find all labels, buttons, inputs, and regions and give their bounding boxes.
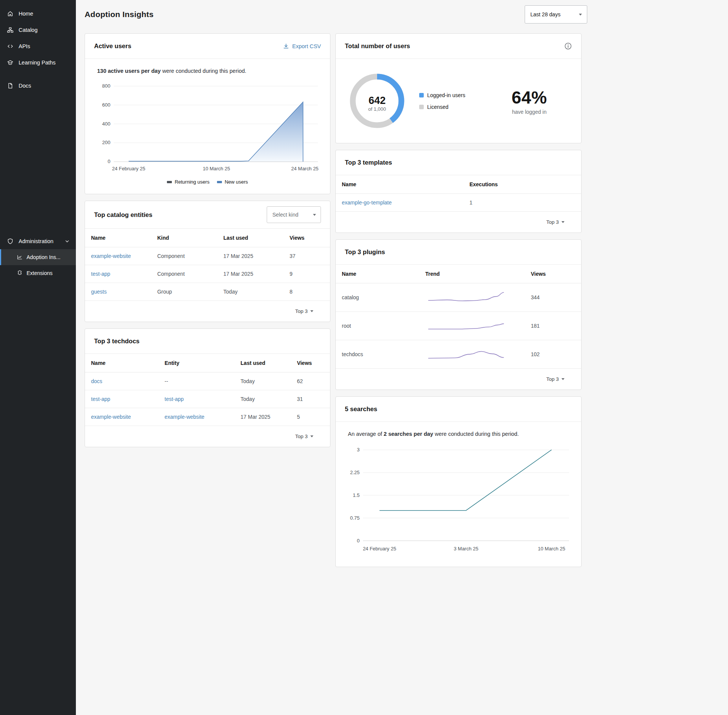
active-users-title: Active users bbox=[94, 42, 131, 50]
sidebar-item-docs[interactable]: Docs bbox=[0, 77, 76, 94]
shield-icon bbox=[7, 238, 14, 245]
logged-in-swatch bbox=[419, 93, 424, 97]
logged-in-percent-caption: have logged in bbox=[511, 109, 547, 115]
svg-text:1.5: 1.5 bbox=[353, 492, 360, 498]
new-users-swatch bbox=[217, 181, 222, 183]
sidebar-item-extensions[interactable]: Extensions bbox=[0, 265, 76, 281]
users-donut-legend: Logged-in users Licensed bbox=[419, 92, 465, 110]
learning-paths-icon bbox=[7, 59, 14, 66]
catalog-entities-table: Name Kind Last used Views example-websit… bbox=[85, 229, 330, 301]
svg-text:200: 200 bbox=[102, 140, 110, 145]
svg-text:of 1,000: of 1,000 bbox=[368, 106, 386, 112]
total-users-title: Total number of users bbox=[345, 42, 410, 50]
svg-text:3 March 25: 3 March 25 bbox=[454, 546, 478, 552]
legend-licensed: Licensed bbox=[419, 104, 465, 110]
sidebar-separator bbox=[0, 71, 76, 77]
trend-sparkline bbox=[425, 317, 507, 334]
date-range-select[interactable]: Last 28 days bbox=[525, 5, 587, 24]
chevron-down-icon bbox=[579, 14, 582, 16]
table-header-row: Name Kind Last used Views bbox=[85, 229, 330, 247]
col-executions: Executions bbox=[463, 175, 581, 194]
sidebar-item-label: Docs bbox=[19, 83, 31, 89]
home-icon bbox=[7, 10, 14, 17]
col-views: Views bbox=[283, 229, 330, 247]
sidebar-item-learning-paths[interactable]: Learning Paths bbox=[0, 54, 76, 71]
sidebar-item-label: Administration bbox=[19, 238, 53, 244]
sidebar-item-label: Home bbox=[19, 11, 33, 17]
chevron-down-icon bbox=[313, 214, 316, 216]
col-name: Name bbox=[85, 229, 151, 247]
sidebar-item-label: APIs bbox=[19, 43, 30, 49]
col-trend: Trend bbox=[419, 265, 525, 283]
techdoc-link[interactable]: example-website bbox=[91, 414, 131, 420]
top-templates-title: Top 3 templates bbox=[345, 159, 392, 166]
sidebar-item-label: Adoption Ins... bbox=[27, 254, 61, 260]
svg-text:0.75: 0.75 bbox=[350, 515, 360, 521]
active-users-chart: 020040060080024 February 2510 March 2524… bbox=[94, 81, 321, 176]
col-kind: Kind bbox=[151, 229, 217, 247]
caret-down-icon bbox=[561, 378, 564, 380]
info-button[interactable] bbox=[564, 42, 572, 50]
plugins-rows-select[interactable]: Top 3 bbox=[546, 376, 564, 382]
techdoc-link[interactable]: docs bbox=[91, 378, 102, 384]
sidebar-item-label: Learning Paths bbox=[19, 60, 56, 66]
sidebar-nav: Home Catalog APIs Learning Paths Docs bbox=[0, 5, 76, 94]
top-catalog-entities-card: Top catalog entities Select kind Name Ki… bbox=[85, 201, 330, 322]
sidebar-admin-section: Administration Adoption Ins... Extension… bbox=[0, 233, 76, 281]
svg-text:2.25: 2.25 bbox=[350, 470, 360, 475]
techdocs-rows-select[interactable]: Top 3 bbox=[295, 434, 313, 439]
template-link[interactable]: example-go-template bbox=[342, 200, 392, 206]
sidebar-item-label: Catalog bbox=[19, 27, 38, 33]
licensed-swatch bbox=[419, 105, 424, 109]
svg-text:800: 800 bbox=[102, 83, 110, 89]
table-header-row: Name Executions bbox=[336, 175, 581, 194]
kind-select[interactable]: Select kind bbox=[267, 206, 321, 223]
sidebar-item-label: Extensions bbox=[27, 270, 52, 276]
logged-in-percent-block: 64% have logged in bbox=[511, 87, 572, 115]
legend-returning-users: Returning users bbox=[167, 179, 209, 185]
top-catalog-entities-title: Top catalog entities bbox=[94, 211, 153, 218]
top-plugins-card: Top 3 plugins Name Trend Views bbox=[335, 239, 582, 390]
sidebar-item-adoption-insights[interactable]: Adoption Ins... bbox=[0, 249, 76, 265]
sidebar-item-apis[interactable]: APIs bbox=[0, 38, 76, 54]
main-content: Adoption Insights Last 28 days Active us… bbox=[76, 0, 728, 715]
techdocs-table: Name Entity Last used Views docs -- Toda… bbox=[85, 354, 330, 426]
sidebar: Home Catalog APIs Learning Paths Docs bbox=[0, 0, 76, 715]
chevron-down-icon bbox=[64, 238, 71, 245]
techdoc-link[interactable]: test-app bbox=[91, 396, 110, 402]
app-root: Home Catalog APIs Learning Paths Docs bbox=[0, 0, 728, 715]
sidebar-item-catalog[interactable]: Catalog bbox=[0, 22, 76, 38]
col-views: Views bbox=[525, 265, 581, 283]
templates-rows-select[interactable]: Top 3 bbox=[546, 219, 564, 225]
active-users-summary: 130 active users per day were conducted … bbox=[97, 68, 321, 74]
left-column: Active users Export CSV 130 active users… bbox=[85, 33, 330, 447]
col-last-used: Last used bbox=[234, 354, 291, 372]
col-entity: Entity bbox=[159, 354, 234, 372]
top-plugins-title: Top 3 plugins bbox=[345, 248, 385, 256]
svg-text:3: 3 bbox=[357, 447, 360, 453]
svg-text:10 March 25: 10 March 25 bbox=[203, 166, 230, 171]
page-title: Adoption Insights bbox=[85, 10, 154, 19]
table-header-row: Name Trend Views bbox=[336, 265, 581, 283]
export-csv-button[interactable]: Export CSV bbox=[283, 43, 321, 49]
trend-sparkline bbox=[425, 346, 507, 363]
entity-link[interactable]: guests bbox=[91, 289, 107, 295]
entity-link[interactable]: test-app bbox=[91, 271, 110, 277]
logged-in-percent: 64% bbox=[511, 87, 547, 108]
sidebar-item-administration[interactable]: Administration bbox=[0, 233, 76, 249]
entity-link[interactable]: example-website bbox=[165, 414, 204, 420]
svg-text:642: 642 bbox=[368, 95, 385, 106]
docs-icon bbox=[7, 82, 14, 89]
svg-text:400: 400 bbox=[102, 121, 110, 127]
table-row: catalog 344 bbox=[336, 283, 581, 312]
returning-users-swatch bbox=[167, 181, 172, 183]
sidebar-item-home[interactable]: Home bbox=[0, 5, 76, 22]
catalog-entities-rows-select[interactable]: Top 3 bbox=[295, 308, 313, 314]
col-name: Name bbox=[336, 265, 419, 283]
table-row: test-app Component 17 Mar 2025 9 bbox=[85, 265, 330, 283]
entity-link[interactable]: test-app bbox=[165, 396, 184, 402]
total-users-card: Total number of users 642of 1,000 Logged… bbox=[335, 33, 582, 143]
active-users-card: Active users Export CSV 130 active users… bbox=[85, 33, 330, 194]
caret-down-icon bbox=[561, 221, 564, 223]
entity-link[interactable]: example-website bbox=[91, 253, 131, 259]
